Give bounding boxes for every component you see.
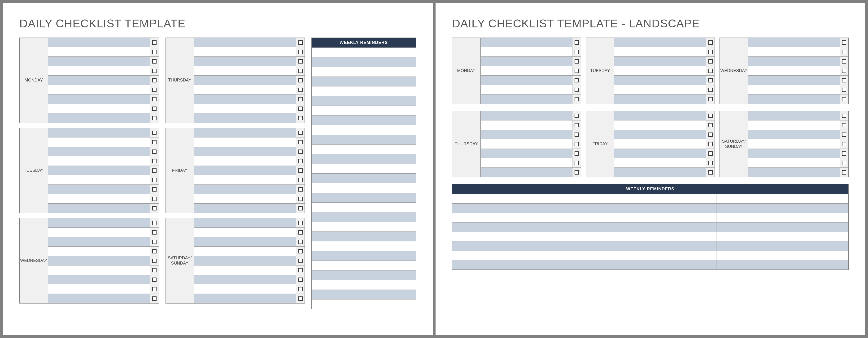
reminder-row[interactable] <box>312 280 416 290</box>
checkbox-icon[interactable] <box>299 287 303 291</box>
checkbox-icon[interactable] <box>152 40 157 45</box>
checkbox-icon[interactable] <box>842 133 846 137</box>
reminder-cell[interactable] <box>584 251 716 260</box>
task-cell[interactable] <box>194 218 296 228</box>
task-cell[interactable] <box>194 194 296 203</box>
checkbox-icon[interactable] <box>708 113 713 118</box>
checkbox-icon[interactable] <box>152 249 157 253</box>
checkbox-icon[interactable] <box>152 221 157 225</box>
reminder-row[interactable] <box>312 115 416 125</box>
checkbox-icon[interactable] <box>152 106 157 111</box>
task-cell[interactable] <box>48 128 150 137</box>
task-cell[interactable] <box>748 76 840 85</box>
task-cell[interactable] <box>194 256 296 265</box>
reminder-row[interactable] <box>312 299 416 309</box>
reminder-cell[interactable] <box>716 213 848 222</box>
checkbox-icon[interactable] <box>152 50 157 54</box>
checkbox-icon[interactable] <box>299 50 303 54</box>
checkbox-icon[interactable] <box>152 159 157 163</box>
checkbox-icon[interactable] <box>299 178 303 182</box>
reminder-cell[interactable] <box>452 251 585 260</box>
task-cell[interactable] <box>48 57 150 66</box>
task-cell[interactable] <box>48 156 150 166</box>
task-cell[interactable] <box>481 76 572 85</box>
checkbox-icon[interactable] <box>842 50 846 54</box>
task-cell[interactable] <box>481 95 572 104</box>
reminder-row[interactable] <box>312 86 416 96</box>
checkbox-icon[interactable] <box>299 297 303 301</box>
task-cell[interactable] <box>614 158 706 167</box>
checkbox-icon[interactable] <box>152 277 157 282</box>
task-cell[interactable] <box>48 218 150 228</box>
checkbox-icon[interactable] <box>299 268 303 272</box>
task-cell[interactable] <box>194 294 296 303</box>
checkbox-icon[interactable] <box>708 161 713 165</box>
task-cell[interactable] <box>748 66 840 75</box>
reminder-row[interactable] <box>312 47 416 57</box>
checkbox-icon[interactable] <box>299 131 303 135</box>
reminder-row[interactable] <box>312 290 416 299</box>
task-cell[interactable] <box>48 275 150 284</box>
reminder-cell[interactable] <box>584 204 716 213</box>
checkbox-icon[interactable] <box>152 88 157 92</box>
task-cell[interactable] <box>194 284 296 294</box>
task-cell[interactable] <box>194 76 296 85</box>
checkbox-icon[interactable] <box>299 168 303 173</box>
checkbox-icon[interactable] <box>299 40 303 45</box>
reminder-row[interactable] <box>312 202 416 212</box>
task-cell[interactable] <box>748 130 840 139</box>
checkbox-icon[interactable] <box>299 259 303 263</box>
checkbox-icon[interactable] <box>708 123 713 127</box>
task-cell[interactable] <box>48 66 150 75</box>
checkbox-icon[interactable] <box>299 187 303 192</box>
task-cell[interactable] <box>48 266 150 275</box>
task-cell[interactable] <box>48 228 150 237</box>
task-cell[interactable] <box>194 204 296 213</box>
task-cell[interactable] <box>194 228 296 237</box>
checkbox-icon[interactable] <box>152 297 157 301</box>
task-cell[interactable] <box>194 85 296 94</box>
checkbox-icon[interactable] <box>152 97 157 101</box>
reminder-row[interactable] <box>312 57 416 67</box>
reminder-row[interactable] <box>312 76 416 86</box>
task-cell[interactable] <box>481 149 572 158</box>
task-cell[interactable] <box>748 111 840 120</box>
checkbox-icon[interactable] <box>152 240 157 244</box>
reminder-row[interactable] <box>312 251 416 261</box>
task-cell[interactable] <box>48 204 150 213</box>
task-cell[interactable] <box>194 38 296 47</box>
reminder-cell[interactable] <box>716 232 848 241</box>
checkbox-icon[interactable] <box>708 142 713 146</box>
task-cell[interactable] <box>48 95 150 104</box>
checkbox-icon[interactable] <box>842 78 846 82</box>
checkbox-icon[interactable] <box>575 69 579 73</box>
checkbox-icon[interactable] <box>842 151 846 156</box>
task-cell[interactable] <box>48 38 150 47</box>
checkbox-icon[interactable] <box>842 113 846 118</box>
checkbox-icon[interactable] <box>842 88 846 92</box>
task-cell[interactable] <box>748 85 840 94</box>
reminder-row[interactable] <box>312 232 416 241</box>
task-cell[interactable] <box>614 76 706 85</box>
checkbox-icon[interactable] <box>708 133 713 137</box>
reminder-cell[interactable] <box>452 223 585 232</box>
reminder-cell[interactable] <box>452 194 585 203</box>
reminder-row[interactable] <box>312 154 416 164</box>
task-cell[interactable] <box>481 47 572 57</box>
task-cell[interactable] <box>194 95 296 104</box>
reminder-cell[interactable] <box>716 194 848 203</box>
checkbox-icon[interactable] <box>842 161 846 165</box>
task-cell[interactable] <box>614 66 706 75</box>
task-cell[interactable] <box>194 266 296 275</box>
task-cell[interactable] <box>481 121 572 130</box>
checkbox-icon[interactable] <box>152 230 157 235</box>
task-cell[interactable] <box>481 85 572 94</box>
task-cell[interactable] <box>194 57 296 66</box>
task-cell[interactable] <box>48 194 150 203</box>
task-cell[interactable] <box>48 137 150 147</box>
task-cell[interactable] <box>48 104 150 113</box>
task-cell[interactable] <box>481 66 572 75</box>
checkbox-icon[interactable] <box>575 88 579 92</box>
reminder-cell[interactable] <box>716 241 848 250</box>
task-cell[interactable] <box>48 113 150 123</box>
